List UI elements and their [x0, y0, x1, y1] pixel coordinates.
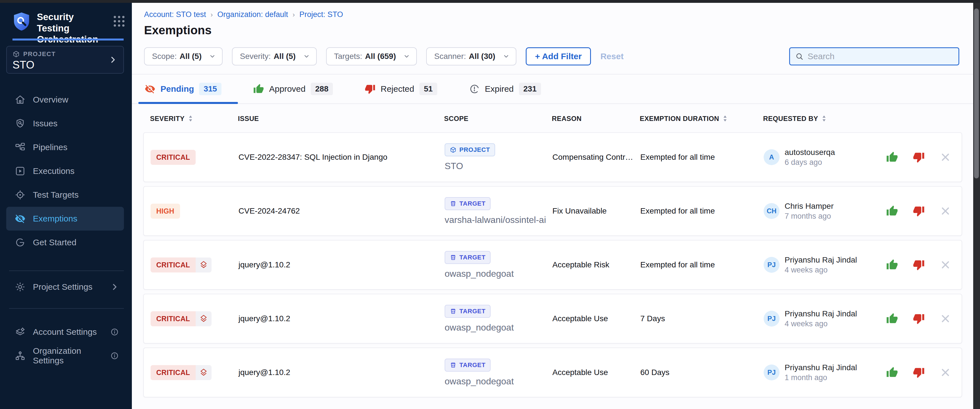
thumb-up-icon — [886, 151, 898, 163]
filter-value: All (30) — [469, 52, 495, 61]
scrollbar[interactable] — [973, 3, 980, 409]
tab-label: Rejected — [380, 84, 414, 94]
severity-filter-dropdown[interactable]: Severity: All (5) — [232, 47, 317, 65]
approve-button[interactable] — [886, 259, 898, 271]
table-row[interactable]: CRITICAL jquery@1.10.2 TARGET owasp_node… — [143, 294, 962, 344]
scope-target-badge: TARGET — [445, 358, 490, 372]
requested-time: 1 month ago — [784, 373, 857, 382]
reject-button[interactable] — [913, 366, 925, 379]
tab-label: Pending — [161, 84, 194, 94]
breadcrumb-project-link[interactable]: Project: STO — [299, 10, 343, 19]
sidebar-item-exemptions[interactable]: Exemptions — [6, 207, 124, 231]
sidebar-item-test-targets[interactable]: Test Targets — [6, 183, 124, 207]
breadcrumb-account-link[interactable]: Account: STO test — [144, 10, 206, 19]
sort-icon — [722, 115, 728, 122]
dismiss-button[interactable] — [939, 313, 951, 325]
table-row[interactable]: HIGH CVE-2024-24762 TARGET varsha-lalwan… — [143, 186, 962, 236]
sort-severity-header[interactable]: SEVERITY — [150, 115, 238, 123]
sort-duration-header[interactable]: EXEMPTION DURATION — [640, 115, 763, 123]
module-grid-icon[interactable] — [114, 16, 124, 27]
reject-button[interactable] — [913, 151, 925, 163]
sidebar-item-get-started[interactable]: Get Started — [6, 231, 124, 254]
eye-slash-icon — [145, 84, 155, 94]
tab-count-badge: 51 — [419, 83, 437, 95]
column-label: SCOPE — [444, 115, 468, 123]
sidebar-item-label: Pipelines — [33, 143, 67, 152]
scope-type-label: PROJECT — [460, 146, 490, 154]
close-icon — [939, 151, 951, 163]
targets-filter-dropdown[interactable]: Targets: All (659) — [326, 47, 417, 65]
sidebar-item-issues[interactable]: Issues — [6, 112, 124, 135]
scrollbar-thumb[interactable] — [974, 8, 979, 178]
breadcrumb-separator: › — [293, 11, 295, 19]
chevron-right-icon — [108, 55, 117, 64]
search-input[interactable] — [808, 52, 953, 61]
reject-button[interactable] — [913, 313, 925, 325]
tab-expired[interactable]: Expired 231 — [469, 75, 541, 103]
sidebar-item-account-settings[interactable]: Account Settings — [6, 320, 124, 344]
dismiss-button[interactable] — [939, 366, 951, 379]
scope-type-label: TARGET — [460, 254, 485, 261]
project-label: PROJECT — [23, 51, 56, 58]
thumb-up-icon — [886, 313, 898, 325]
dismiss-button[interactable] — [939, 259, 951, 271]
sidebar-item-overview[interactable]: Overview — [6, 88, 124, 112]
sidebar-item-label: Get Started — [33, 238, 76, 247]
approve-button[interactable] — [886, 151, 898, 163]
severity-badge: CRITICAL — [151, 150, 196, 165]
reset-filters-button[interactable]: Reset — [600, 52, 624, 61]
approve-button[interactable] — [886, 205, 898, 217]
dismiss-button[interactable] — [939, 205, 951, 217]
issue-title: jquery@1.10.2 — [239, 368, 445, 377]
add-filter-button[interactable]: + Add Filter — [526, 47, 591, 65]
tab-label: Expired — [485, 84, 514, 94]
table-row[interactable]: CRITICAL jquery@1.10.2 TARGET owasp_node… — [143, 347, 962, 397]
tab-approved[interactable]: Approved 288 — [253, 75, 333, 103]
reject-button[interactable] — [913, 205, 925, 217]
scanner-filter-dropdown[interactable]: Scanner: All (30) — [426, 47, 516, 65]
table-row[interactable]: CRITICAL CVE-2022-28347: SQL Injection i… — [143, 132, 962, 182]
close-icon — [939, 259, 951, 271]
window-top-edge — [0, 0, 980, 3]
sidebar-item-executions[interactable]: Executions — [6, 159, 124, 183]
sidebar-item-project-settings[interactable]: Project Settings — [6, 275, 124, 299]
container-icon — [450, 362, 457, 368]
column-label: SEVERITY — [150, 115, 185, 123]
cube-icon — [450, 146, 457, 153]
issue-title: jquery@1.10.2 — [239, 314, 445, 323]
thumb-down-icon — [913, 259, 925, 271]
issue-header: ISSUE — [238, 115, 444, 123]
dismiss-button[interactable] — [939, 151, 951, 163]
sort-requested-by-header[interactable]: REQUESTED BY — [763, 115, 881, 123]
occurrence-stack-icon — [196, 311, 212, 326]
sidebar-item-label: Organization Settings — [33, 346, 103, 365]
tab-count-badge: 315 — [199, 83, 221, 95]
scope-target-badge: TARGET — [445, 197, 490, 210]
target-icon — [15, 190, 25, 200]
shield-search-icon — [15, 118, 25, 129]
table-row[interactable]: CRITICAL jquery@1.10.2 TARGET owasp_node… — [143, 240, 962, 290]
sidebar-item-organization-settings[interactable]: Organization Settings — [6, 344, 124, 368]
table-header: SEVERITY ISSUE SCOPE REASON EXEMPTION DU… — [143, 105, 962, 132]
pipeline-icon — [15, 142, 25, 153]
filter-label: Scanner: — [434, 52, 466, 61]
container-icon — [450, 254, 457, 261]
sto-shield-logo — [13, 11, 30, 32]
approve-button[interactable] — [886, 366, 898, 379]
project-cube-icon — [13, 51, 20, 58]
filter-value: All (659) — [365, 52, 396, 61]
sort-icon — [188, 115, 194, 122]
scope-filter-dropdown[interactable]: Scope: All (5) — [144, 47, 223, 65]
exemption-duration: Exempted for all time — [640, 260, 764, 269]
tab-count-badge: 231 — [519, 83, 541, 95]
scope-type-label: TARGET — [460, 361, 485, 369]
reject-button[interactable] — [913, 259, 925, 271]
filter-label: Targets: — [334, 52, 363, 61]
tab-pending[interactable]: Pending 315 — [145, 75, 221, 103]
approve-button[interactable] — [886, 313, 898, 325]
breadcrumb-org-link[interactable]: Organization: default — [218, 10, 288, 19]
sidebar-item-pipelines[interactable]: Pipelines — [6, 135, 124, 159]
project-selector[interactable]: PROJECT STO — [6, 46, 124, 74]
info-icon — [110, 352, 119, 360]
tab-rejected[interactable]: Rejected 51 — [365, 75, 437, 103]
